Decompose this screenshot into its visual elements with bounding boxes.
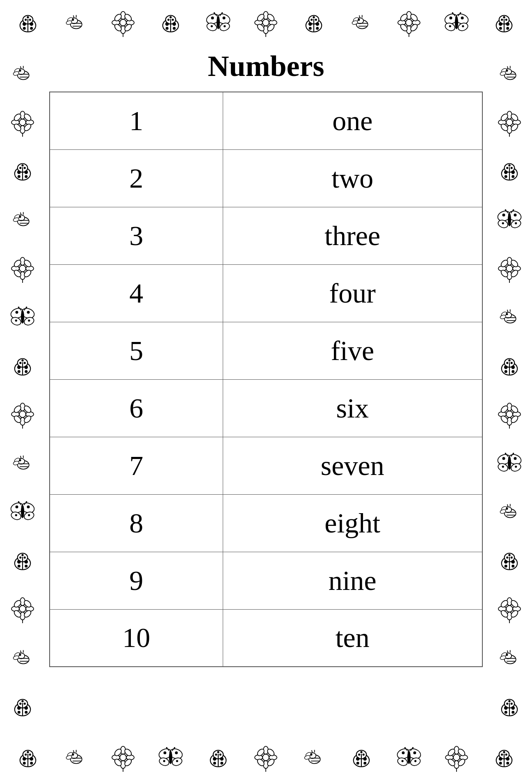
content-area: Numbers 1one2two3three4four5five6six7sev… (49, 49, 483, 667)
word-cell: two (223, 149, 482, 207)
border-icon (6, 544, 39, 577)
border-icon (6, 641, 39, 674)
border-icon (493, 203, 526, 236)
border-icon (493, 544, 526, 577)
border-icon (6, 203, 39, 236)
numeral-cell: 5 (50, 322, 223, 379)
border-right (487, 45, 532, 735)
border-icon (6, 252, 39, 285)
border-icon (440, 741, 473, 774)
border-icon (493, 398, 526, 431)
border-icon (393, 741, 425, 774)
border-icon (297, 6, 330, 39)
border-icon (6, 154, 39, 187)
border-icon (6, 592, 39, 625)
border-icon (6, 398, 39, 431)
border-icon (493, 252, 526, 285)
table-row: 1one (50, 92, 482, 149)
border-icon (493, 106, 526, 139)
word-cell: three (223, 207, 482, 264)
border-icon (488, 6, 521, 39)
border-icon (493, 57, 526, 90)
border-icon (11, 6, 44, 39)
border-icon (6, 690, 39, 723)
border-icon (493, 641, 526, 674)
border-left (0, 45, 45, 735)
border-icon (493, 690, 526, 723)
border-icon (6, 349, 39, 382)
numeral-cell: 8 (50, 494, 223, 552)
table-row: 4four (50, 264, 482, 322)
border-icon (59, 741, 92, 774)
table-row: 2two (50, 149, 482, 207)
border-icon (6, 495, 39, 528)
border-icon (202, 6, 235, 39)
table-row: 10ten (50, 609, 482, 667)
border-icon (393, 6, 425, 39)
numeral-cell: 9 (50, 552, 223, 609)
word-cell: five (223, 322, 482, 379)
border-icon (493, 154, 526, 187)
border-icon (493, 495, 526, 528)
word-cell: ten (223, 609, 482, 667)
border-icon (297, 741, 330, 774)
border-icon (249, 6, 282, 39)
border-icon (6, 106, 39, 139)
table-row: 6six (50, 379, 482, 437)
numeral-cell: 6 (50, 379, 223, 437)
numeral-cell: 7 (50, 437, 223, 494)
word-cell: one (223, 92, 482, 149)
numeral-cell: 10 (50, 609, 223, 667)
border-icon (154, 741, 187, 774)
table-row: 8eight (50, 494, 482, 552)
border-icon (59, 6, 92, 39)
numeral-cell: 3 (50, 207, 223, 264)
word-cell: six (223, 379, 482, 437)
border-icon (493, 301, 526, 333)
numeral-cell: 4 (50, 264, 223, 322)
border-top (0, 0, 532, 45)
border-icon (249, 741, 282, 774)
word-cell: nine (223, 552, 482, 609)
border-icon (6, 301, 39, 333)
table-row: 5five (50, 322, 482, 379)
page-title: Numbers (208, 49, 324, 83)
border-icon (202, 741, 235, 774)
border-bottom (0, 735, 532, 780)
border-icon (493, 592, 526, 625)
word-cell: four (223, 264, 482, 322)
border-icon (107, 741, 139, 774)
table-row: 7seven (50, 437, 482, 494)
border-icon (6, 57, 39, 90)
table-row: 3three (50, 207, 482, 264)
border-icon (493, 447, 526, 479)
border-icon (345, 741, 378, 774)
border-icon (107, 6, 139, 39)
border-icon (488, 741, 521, 774)
numeral-cell: 1 (50, 92, 223, 149)
border-icon (493, 349, 526, 382)
word-cell: eight (223, 494, 482, 552)
border-icon (345, 6, 378, 39)
border-icon (11, 741, 44, 774)
border-icon (6, 447, 39, 479)
border-icon (440, 6, 473, 39)
border-icon (154, 6, 187, 39)
numeral-cell: 2 (50, 149, 223, 207)
word-cell: seven (223, 437, 482, 494)
table-row: 9nine (50, 552, 482, 609)
numbers-table: 1one2two3three4four5five6six7seven8eight… (49, 92, 483, 667)
